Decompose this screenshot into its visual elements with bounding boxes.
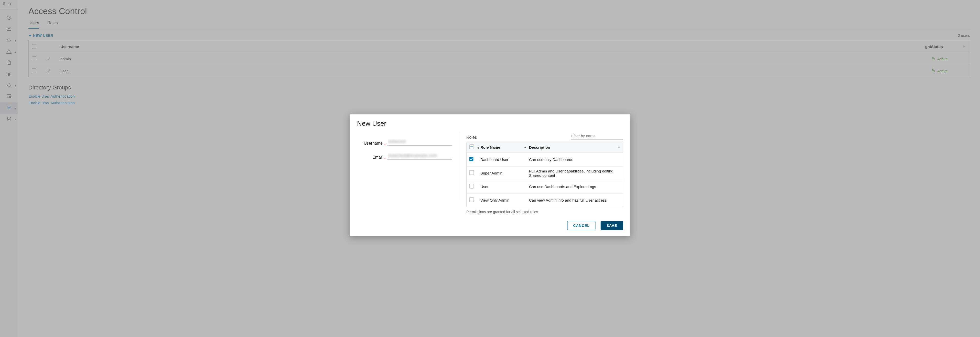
roles-table-row[interactable]: UserCan use Dashboards and Explore Logs [466, 180, 623, 193]
roles-panel: Roles Role Name [466, 131, 623, 214]
username-label: Username * [357, 141, 383, 146]
new-user-modal: New User Username * Email * [350, 114, 630, 236]
roles-filter-input[interactable] [571, 133, 623, 139]
sort-icon [617, 145, 620, 149]
roles-table: Role Name Description Dashboard [466, 142, 623, 207]
roles-table-header: Role Name Description [466, 142, 623, 153]
modal-footer: CANCEL SAVE [350, 216, 630, 236]
required-asterisk: * [384, 157, 386, 161]
sort-icon [477, 146, 479, 150]
role-checkbox[interactable] [469, 198, 474, 202]
role-description: Can use only Dashboards [529, 157, 620, 162]
role-checkbox[interactable] [469, 171, 474, 175]
required-asterisk: * [384, 143, 386, 147]
cancel-button[interactable]: CANCEL [568, 221, 596, 230]
modal-form: Username * Email * [357, 131, 452, 214]
col-role-description[interactable]: Description [529, 145, 620, 149]
modal-title: New User [350, 114, 630, 129]
sort-asc-icon [524, 145, 527, 149]
select-all-roles-checkbox[interactable] [469, 145, 474, 149]
role-checkbox[interactable] [469, 184, 474, 188]
vertical-divider [459, 131, 459, 200]
save-button[interactable]: SAVE [601, 221, 623, 230]
role-description: Full Admin and User capabilities, includ… [529, 169, 620, 177]
email-input[interactable] [387, 152, 452, 160]
username-input[interactable] [387, 138, 452, 146]
role-name: View Only Admin [480, 198, 529, 203]
role-name: Super Admin [480, 171, 529, 175]
roles-table-row[interactable]: Dashboard UserCan use only Dashboards [466, 153, 623, 166]
roles-table-row[interactable]: Super AdminFull Admin and User capabilit… [466, 166, 623, 180]
role-checkbox[interactable] [469, 157, 473, 161]
permissions-hint: Permissions are granted for all selected… [466, 209, 623, 214]
role-name: User [480, 185, 529, 189]
role-description: Can use Dashboards and Explore Logs [529, 185, 620, 189]
roles-table-row[interactable]: View Only AdminCan view Admin info and h… [466, 193, 623, 207]
role-name: Dashboard User [480, 157, 529, 162]
email-label: Email * [357, 155, 383, 160]
col-role-name[interactable]: Role Name [480, 145, 529, 149]
role-description: Can view Admin info and has full User ac… [529, 198, 620, 203]
roles-label: Roles [466, 135, 477, 139]
